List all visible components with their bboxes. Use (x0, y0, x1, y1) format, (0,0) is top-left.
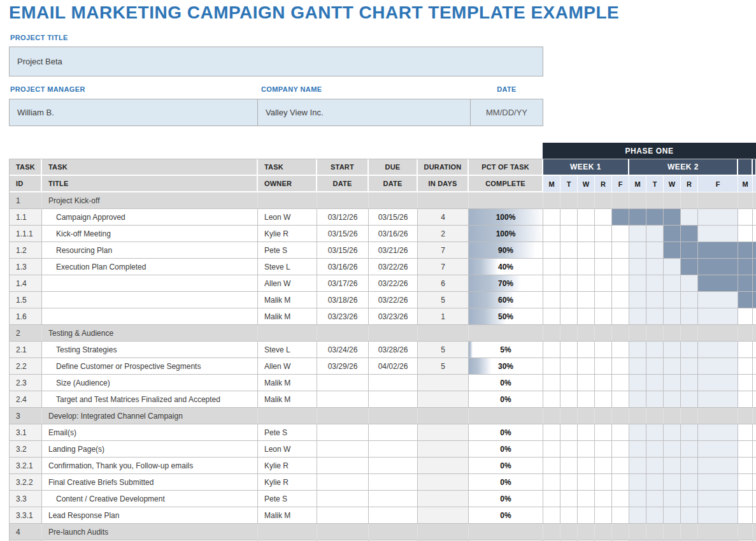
cell-due-date[interactable] (369, 424, 418, 441)
cell-task-owner[interactable]: Pete S (258, 242, 317, 259)
gantt-cell[interactable] (560, 391, 578, 408)
cell-pct-complete[interactable]: 0% (469, 441, 543, 458)
project-manager-field[interactable]: William B. (9, 99, 258, 126)
gantt-cell[interactable] (578, 275, 595, 292)
gantt-cell[interactable] (738, 491, 753, 507)
cell-due-date[interactable]: 03/28/26 (369, 342, 418, 358)
gantt-cell[interactable] (595, 358, 612, 375)
cell-task-owner[interactable] (258, 325, 317, 342)
gantt-cell[interactable] (560, 458, 578, 474)
gantt-cell[interactable] (560, 408, 578, 424)
gantt-cell[interactable] (560, 308, 578, 325)
cell-task-id[interactable]: 2.1 (10, 342, 42, 358)
gantt-cell[interactable] (612, 242, 629, 259)
cell-task-title[interactable]: Lead Response Plan (42, 507, 258, 524)
cell-task-title[interactable]: Campaign Approved (42, 209, 258, 226)
gantt-cell[interactable] (629, 491, 646, 507)
cell-start-date[interactable]: 03/15/26 (317, 226, 369, 242)
gantt-cell[interactable] (646, 226, 664, 242)
cell-pct-complete[interactable]: 90% (469, 242, 543, 259)
gantt-cell[interactable] (753, 424, 756, 441)
gantt-cell[interactable] (681, 259, 698, 275)
cell-task-title[interactable]: Resourcing Plan (42, 242, 258, 259)
gantt-cell[interactable] (595, 491, 612, 507)
gantt-cell[interactable] (612, 342, 629, 358)
cell-task-title[interactable]: Develop: Integrated Channel Campaign (42, 408, 258, 424)
gantt-cell[interactable] (595, 209, 612, 226)
gantt-cell[interactable] (664, 441, 681, 458)
gantt-cell[interactable] (578, 192, 595, 209)
cell-task-id[interactable]: 1.2 (10, 242, 42, 259)
cell-due-date[interactable] (369, 391, 418, 408)
cell-pct-complete[interactable] (469, 325, 543, 342)
gantt-cell[interactable] (753, 358, 756, 375)
cell-start-date[interactable] (317, 491, 369, 507)
gantt-cell[interactable] (646, 192, 664, 209)
cell-due-date[interactable] (369, 474, 418, 491)
gantt-cell[interactable] (738, 259, 753, 275)
gantt-cell[interactable] (698, 491, 738, 507)
gantt-cell[interactable] (595, 458, 612, 474)
cell-task-title[interactable]: Define Customer or Prospective Segments (42, 358, 258, 375)
gantt-cell[interactable] (543, 292, 560, 308)
cell-task-owner[interactable] (258, 192, 317, 209)
cell-task-id[interactable]: 4 (10, 524, 42, 540)
gantt-cell[interactable] (681, 474, 698, 491)
gantt-cell[interactable] (629, 391, 646, 408)
gantt-cell[interactable] (578, 524, 595, 540)
gantt-cell[interactable] (629, 308, 646, 325)
gantt-cell[interactable] (664, 308, 681, 325)
cell-due-date[interactable]: 03/22/26 (369, 292, 418, 308)
cell-start-date[interactable]: 03/17/26 (317, 275, 369, 292)
cell-due-date[interactable]: 03/15/26 (369, 209, 418, 226)
cell-task-title[interactable]: Pre-launch Audits (42, 524, 258, 540)
cell-start-date[interactable] (317, 424, 369, 441)
cell-task-owner[interactable]: Malik M (258, 391, 317, 408)
gantt-cell[interactable] (738, 242, 753, 259)
gantt-cell[interactable] (543, 308, 560, 325)
cell-pct-complete[interactable]: 70% (469, 275, 543, 292)
gantt-cell[interactable] (629, 209, 646, 226)
cell-due-date[interactable] (369, 408, 418, 424)
date-field[interactable]: MM/DD/YY (470, 99, 543, 126)
gantt-cell[interactable] (738, 192, 753, 209)
gantt-cell[interactable] (646, 342, 664, 358)
gantt-cell[interactable] (698, 358, 738, 375)
cell-start-date[interactable] (317, 524, 369, 540)
gantt-cell[interactable] (664, 242, 681, 259)
gantt-cell[interactable] (738, 342, 753, 358)
gantt-cell[interactable] (595, 275, 612, 292)
cell-task-title[interactable] (42, 308, 258, 325)
cell-task-title[interactable]: Final Creative Briefs Submitted (42, 474, 258, 491)
gantt-cell[interactable] (681, 308, 698, 325)
gantt-cell[interactable] (664, 358, 681, 375)
gantt-cell[interactable] (698, 259, 738, 275)
cell-duration[interactable]: 5 (418, 342, 469, 358)
gantt-cell[interactable] (543, 458, 560, 474)
gantt-cell[interactable] (646, 275, 664, 292)
gantt-cell[interactable] (578, 375, 595, 391)
gantt-cell[interactable] (595, 524, 612, 540)
cell-pct-complete[interactable]: 50% (469, 308, 543, 325)
gantt-cell[interactable] (578, 474, 595, 491)
gantt-cell[interactable] (612, 424, 629, 441)
gantt-cell[interactable] (612, 408, 629, 424)
gantt-cell[interactable] (560, 474, 578, 491)
gantt-cell[interactable] (629, 259, 646, 275)
gantt-cell[interactable] (698, 524, 738, 540)
cell-task-id[interactable]: 2.2 (10, 358, 42, 375)
gantt-cell[interactable] (753, 458, 756, 474)
gantt-cell[interactable] (664, 226, 681, 242)
gantt-cell[interactable] (612, 308, 629, 325)
gantt-cell[interactable] (629, 375, 646, 391)
cell-task-owner[interactable]: Leon W (258, 441, 317, 458)
gantt-cell[interactable] (543, 192, 560, 209)
cell-task-id[interactable]: 2.4 (10, 391, 42, 408)
gantt-cell[interactable] (646, 507, 664, 524)
gantt-cell[interactable] (612, 325, 629, 342)
cell-start-date[interactable] (317, 391, 369, 408)
gantt-cell[interactable] (629, 424, 646, 441)
gantt-cell[interactable] (753, 441, 756, 458)
gantt-cell[interactable] (560, 507, 578, 524)
cell-task-owner[interactable]: Malik M (258, 292, 317, 308)
